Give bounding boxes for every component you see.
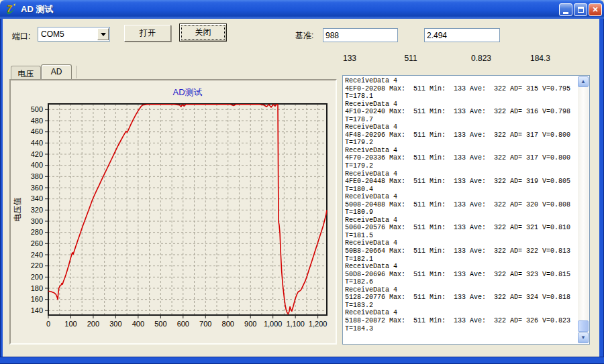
x-tick-label: 900 [244, 320, 256, 328]
y-tick-label: 240 [31, 251, 43, 259]
log-line[interactable]: ReceiveData 4 [345, 170, 576, 178]
log-line[interactable]: 5008-20488 Max: 511 Min: 133 Ave: 322 AD… [345, 201, 576, 209]
stat-max-value: 511 [399, 54, 423, 63]
window-border-left [0, 19, 3, 357]
port-combobox[interactable]: COM5 [38, 27, 110, 42]
x-tick-label: 800 [222, 320, 234, 328]
log-line[interactable]: T=178.7 [345, 116, 576, 124]
y-tick-label: 200 [31, 273, 43, 281]
log-line[interactable]: 50B8-20664 Max: 511 Min: 133 Ave: 322 AD… [345, 247, 576, 255]
port-combobox-value: COM5 [38, 29, 97, 39]
reference-input-1[interactable] [323, 28, 398, 42]
maximize-button[interactable] [574, 3, 587, 16]
log-line[interactable]: T=181.5 [345, 232, 576, 240]
log-line[interactable]: ReceiveData 4 [345, 286, 576, 294]
log-line[interactable]: ReceiveData 4 [345, 77, 576, 85]
y-tick-label: 400 [31, 161, 43, 169]
log-lines: ReceiveData 44EF0-20208 Max: 511 Min: 13… [345, 77, 576, 332]
log-line[interactable]: T=180.4 [345, 186, 576, 194]
log-line[interactable]: 4EF0-20208 Max: 511 Min: 133 Ave: 322 AD… [345, 85, 576, 93]
titlebar[interactable]: 7 AD 测试 ✕ [0, 0, 604, 19]
log-line[interactable]: ReceiveData 4 [345, 309, 576, 317]
stat-min-value: 133 [338, 54, 362, 63]
x-tick-label: 1,000 [264, 320, 283, 328]
log-line[interactable]: T=179.2 [345, 139, 576, 147]
x-tick-label: 500 [154, 320, 166, 328]
window-border-right [599, 19, 604, 357]
minimize-button[interactable] [559, 3, 572, 16]
log-line[interactable]: ReceiveData 4 [345, 123, 576, 131]
y-tick-label: 140 [31, 306, 43, 314]
y-tick-label: 320 [31, 206, 43, 214]
log-line[interactable]: ReceiveData 4 [345, 147, 576, 155]
minimize-icon [563, 12, 568, 14]
log-line[interactable]: 5128-20776 Max: 511 Min: 133 Ave: 322 AD… [345, 294, 576, 302]
x-tick-label: 100 [64, 320, 77, 328]
plot-frame [48, 104, 327, 315]
y-tick-label: 380 [31, 172, 43, 180]
log-line[interactable]: 50D8-20696 Max: 511 Min: 133 Ave: 322 AD… [345, 271, 576, 279]
scroll-down-icon: ▼ [581, 335, 586, 341]
y-tick-label: 260 [31, 239, 43, 247]
close-port-button[interactable]: 关闭 [179, 23, 227, 42]
y-tick-label: 180 [31, 284, 43, 292]
log-line[interactable]: T=182.1 [345, 255, 576, 263]
stat-voltage-value: 0.823 [466, 54, 496, 63]
scroll-up-button[interactable]: ▲ [578, 76, 589, 87]
log-line[interactable]: T=184.3 [345, 325, 576, 333]
x-tick-label: 1,200 [309, 320, 328, 328]
maximize-icon [578, 7, 584, 13]
y-tick-label: 280 [31, 228, 43, 236]
log-line[interactable]: ReceiveData 4 [345, 239, 576, 247]
log-line[interactable]: 5188-20872 Max: 511 Min: 133 Ave: 322 AD… [345, 317, 576, 325]
series-line [48, 105, 327, 314]
chevron-down-icon [101, 33, 106, 36]
y-tick-label: 220 [31, 261, 43, 269]
log-line[interactable]: 4FE0-20448 Max: 511 Min: 133 Ave: 322 AD… [345, 178, 576, 186]
stat-temp-value: 184.3 [525, 54, 556, 63]
tab-voltage[interactable]: 电压 [11, 66, 41, 79]
chart-title: AD测试 [172, 87, 202, 97]
app-icon: 7 [5, 3, 18, 16]
x-tick-label: 300 [109, 320, 121, 328]
window-border-bottom [0, 357, 604, 364]
combobox-dropdown-button[interactable] [97, 28, 109, 40]
chart: 1401601802002202402602803003203403603804… [11, 80, 336, 343]
log-line[interactable]: 4F10-20240 Max: 511 Min: 133 Ave: 322 AD… [345, 108, 576, 116]
log-line[interactable]: 4F48-20296 Max: 511 Min: 133 Ave: 322 AD… [345, 131, 576, 139]
log-line[interactable]: 5060-20576 Max: 511 Min: 133 Ave: 322 AD… [345, 224, 576, 232]
log-line[interactable]: ReceiveData 4 [345, 101, 576, 109]
log-scrollbar[interactable]: ▲ ▼ [578, 76, 589, 343]
y-tick-label: 420 [31, 150, 43, 158]
log-line[interactable]: ReceiveData 4 [345, 217, 576, 225]
y-tick-label: 340 [31, 194, 43, 202]
x-tick-label: 600 [177, 320, 189, 328]
y-tick-label: 480 [31, 117, 43, 125]
log-line[interactable]: T=178.1 [345, 93, 576, 101]
reference-input-2[interactable] [424, 28, 500, 42]
scrollbar-thumb[interactable] [578, 320, 589, 332]
tab-ad[interactable]: AD [41, 64, 72, 79]
port-label: 端口: [12, 31, 30, 42]
scroll-down-button[interactable]: ▼ [578, 332, 589, 343]
open-button[interactable]: 打开 [124, 25, 171, 42]
y-axis-title: 电压值 [13, 198, 22, 222]
log-line[interactable]: T=179.2 [345, 162, 576, 170]
x-tick-label: 400 [132, 320, 144, 328]
svg-text:7: 7 [7, 3, 13, 14]
log-line[interactable]: ReceiveData 4 [345, 193, 576, 201]
log-line[interactable]: ReceiveData 4 [345, 263, 576, 271]
reference-label: 基准: [295, 30, 313, 42]
log-line[interactable]: T=183.2 [345, 302, 576, 310]
close-button[interactable]: ✕ [589, 3, 602, 16]
log-line[interactable]: T=180.9 [345, 208, 576, 217]
log-line[interactable]: T=182.6 [345, 278, 576, 286]
x-tick-label: 700 [199, 320, 211, 328]
log-line[interactable]: 4F70-20336 Max: 511 Min: 133 Ave: 322 AD… [345, 154, 576, 162]
tab-strip-divider [76, 66, 77, 78]
y-tick-label: 300 [31, 217, 43, 225]
y-tick-label: 440 [31, 139, 43, 147]
y-tick-label: 500 [31, 105, 43, 113]
x-tick-label: 200 [87, 320, 99, 328]
receive-log-listbox[interactable]: ReceiveData 44EF0-20208 Max: 511 Min: 13… [342, 75, 590, 345]
